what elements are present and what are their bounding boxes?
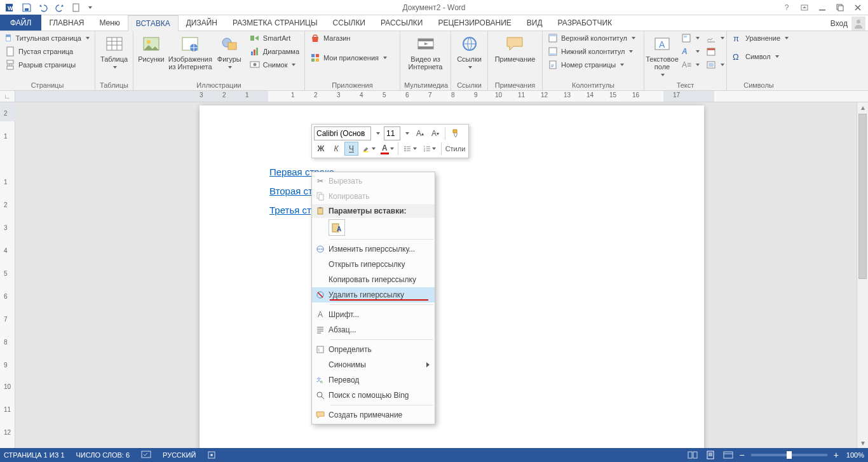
comment-button[interactable]: Примечание bbox=[492, 32, 538, 64]
ctx-open-hyperlink[interactable]: Открыть гиперссылку bbox=[312, 257, 435, 272]
format-painter-button[interactable] bbox=[448, 126, 463, 140]
app-icon[interactable]: W bbox=[3, 1, 18, 15]
view-web-icon[interactable] bbox=[721, 449, 735, 461]
view-print-icon[interactable] bbox=[703, 449, 717, 461]
undo-icon[interactable] bbox=[36, 1, 51, 15]
ctx-remove-hyperlink[interactable]: Удалить гиперссылку bbox=[312, 287, 435, 302]
tab-references[interactable]: ССЫЛКИ bbox=[325, 15, 373, 31]
zoom-in-button[interactable]: + bbox=[834, 450, 839, 460]
italic-button[interactable]: К bbox=[329, 142, 343, 156]
scroll-thumb[interactable] bbox=[858, 114, 867, 279]
equation-button[interactable]: π Уравнение bbox=[731, 32, 790, 44]
ctx-copy-hyperlink[interactable]: Копировать гиперссылку bbox=[312, 272, 435, 287]
vertical-ruler[interactable]: 2 1 1 2 3 4 5 6 7 8 9 10 11 12 bbox=[0, 102, 15, 448]
qat-customize-icon[interactable] bbox=[85, 1, 94, 15]
ctx-font[interactable]: A Шрифт... bbox=[312, 307, 435, 322]
zoom-slider[interactable] bbox=[751, 454, 827, 456]
symbol-button[interactable]: Ω Символ bbox=[731, 51, 790, 62]
ctx-paragraph[interactable]: Абзац... bbox=[312, 322, 435, 337]
dropcap-button[interactable]: A≡ bbox=[680, 59, 701, 71]
zoom-level[interactable]: 100% bbox=[846, 451, 864, 459]
status-proofing[interactable] bbox=[141, 451, 151, 459]
horizontal-ruler[interactable]: 3 2 1 1 2 3 4 5 6 7 8 9 10 11 12 13 14 1… bbox=[15, 91, 868, 102]
tab-home[interactable]: ГЛАВНАЯ bbox=[41, 15, 92, 31]
datetime-button[interactable] bbox=[705, 46, 726, 57]
redo-icon[interactable] bbox=[52, 1, 67, 15]
paste-keep-text-button[interactable]: A bbox=[329, 219, 345, 236]
pagenumber-button[interactable]: # Номер страницы bbox=[546, 59, 637, 71]
footer-button[interactable]: Нижний колонтитул bbox=[546, 46, 637, 57]
highlight-button[interactable] bbox=[360, 142, 378, 156]
tab-review[interactable]: РЕЦЕНЗИРОВАНИЕ bbox=[430, 15, 519, 31]
status-page[interactable]: СТРАНИЦА 1 ИЗ 1 bbox=[4, 451, 65, 459]
ctx-cut[interactable]: ✂ Вырезать bbox=[312, 173, 435, 189]
tab-layout[interactable]: РАЗМЕТКА СТРАНИЦЫ bbox=[225, 15, 325, 31]
ctx-new-comment[interactable]: Создать примечание bbox=[312, 407, 435, 423]
minimize-icon[interactable] bbox=[813, 1, 831, 15]
header-button[interactable]: Верхний колонтитул bbox=[546, 32, 637, 44]
wordart-button[interactable]: A bbox=[680, 46, 701, 57]
save-icon[interactable] bbox=[19, 1, 34, 15]
zoom-out-button[interactable]: − bbox=[739, 450, 744, 460]
ruler-corner[interactable]: ∟ bbox=[0, 91, 15, 102]
file-tab[interactable]: ФАЙЛ bbox=[0, 15, 41, 31]
styles-button[interactable]: Стили bbox=[444, 142, 466, 156]
new-doc-icon[interactable] bbox=[69, 1, 84, 15]
font-name-dropdown-icon[interactable] bbox=[372, 126, 383, 140]
blank-page-button[interactable]: Пустая страница bbox=[4, 46, 91, 57]
shapes-button[interactable]: Фигуры bbox=[215, 32, 243, 72]
ctx-copy[interactable]: Копировать bbox=[312, 189, 435, 204]
status-words[interactable]: ЧИСЛО СЛОВ: 6 bbox=[76, 451, 130, 459]
font-size-dropdown-icon[interactable] bbox=[402, 126, 412, 140]
ctx-define[interactable]: i Определить bbox=[312, 342, 435, 357]
ribbon-opts-icon[interactable] bbox=[796, 1, 813, 15]
object-button[interactable] bbox=[705, 59, 726, 71]
screenshot-button[interactable]: Снимок bbox=[248, 59, 301, 71]
underline-button[interactable]: Ч bbox=[344, 142, 358, 156]
tab-developer[interactable]: РАЗРАБОТЧИК bbox=[550, 15, 620, 31]
scroll-down-icon[interactable]: ▾ bbox=[857, 438, 868, 448]
maximize-icon[interactable] bbox=[831, 1, 849, 15]
scroll-up-icon[interactable]: ▴ bbox=[857, 102, 868, 112]
font-name-input[interactable] bbox=[314, 126, 371, 140]
zoom-thumb[interactable] bbox=[787, 451, 792, 459]
font-color-button[interactable]: A bbox=[379, 142, 396, 156]
tab-insert[interactable]: ВСТАВКА bbox=[128, 15, 179, 31]
help-icon[interactable]: ? bbox=[778, 1, 796, 15]
my-apps-button[interactable]: Мои приложения bbox=[309, 52, 388, 64]
status-language[interactable]: РУССКИЙ bbox=[163, 451, 196, 459]
page-break-button[interactable]: Разрыв страницы bbox=[4, 59, 91, 71]
view-read-icon[interactable] bbox=[686, 449, 700, 461]
vertical-scrollbar[interactable]: ▴ ▾ bbox=[857, 102, 868, 448]
group-label-text: Текст bbox=[648, 81, 722, 90]
close-icon[interactable] bbox=[849, 1, 867, 15]
cover-page-button[interactable]: Титульная страница bbox=[4, 32, 91, 44]
tab-view[interactable]: ВИД bbox=[519, 15, 550, 31]
tab-mailings[interactable]: РАССЫЛКИ bbox=[373, 15, 430, 31]
status-macro[interactable] bbox=[207, 451, 216, 459]
store-button[interactable]: Магазин bbox=[309, 32, 388, 44]
online-pictures-button[interactable]: Изображения из Интернета bbox=[168, 32, 213, 72]
smartart-button[interactable]: SmartArt bbox=[248, 32, 301, 44]
tab-menu[interactable]: Меню bbox=[92, 15, 127, 31]
online-video-button[interactable]: Видео из Интернета bbox=[404, 32, 447, 72]
quickparts-button[interactable] bbox=[680, 32, 701, 44]
grow-font-button[interactable]: A▴ bbox=[413, 126, 427, 140]
bullets-button[interactable] bbox=[401, 142, 419, 156]
ctx-translate[interactable]: 文a Перевод bbox=[312, 372, 435, 388]
table-button[interactable]: Таблица bbox=[99, 32, 129, 72]
shrink-font-button[interactable]: A▾ bbox=[428, 126, 442, 140]
sigline-button[interactable] bbox=[705, 32, 726, 44]
ctx-synonyms[interactable]: Синонимы bbox=[312, 357, 435, 372]
links-button[interactable]: Ссылки bbox=[455, 32, 484, 72]
chart-button[interactable]: Диаграмма bbox=[248, 46, 301, 57]
pictures-button[interactable]: Рисунки bbox=[137, 32, 165, 64]
login-area[interactable]: Вход bbox=[831, 15, 865, 31]
numbering-button[interactable]: 123 bbox=[421, 142, 439, 156]
bold-button[interactable]: Ж bbox=[314, 142, 328, 156]
textbox-button[interactable]: A Текстовое поле bbox=[648, 32, 676, 79]
ctx-bing-search[interactable]: Поиск с помощью Bing bbox=[312, 388, 435, 403]
tab-design[interactable]: ДИЗАЙН bbox=[179, 15, 225, 31]
ctx-edit-hyperlink[interactable]: Изменить гиперссылку... bbox=[312, 241, 435, 257]
font-size-input[interactable] bbox=[384, 126, 400, 140]
